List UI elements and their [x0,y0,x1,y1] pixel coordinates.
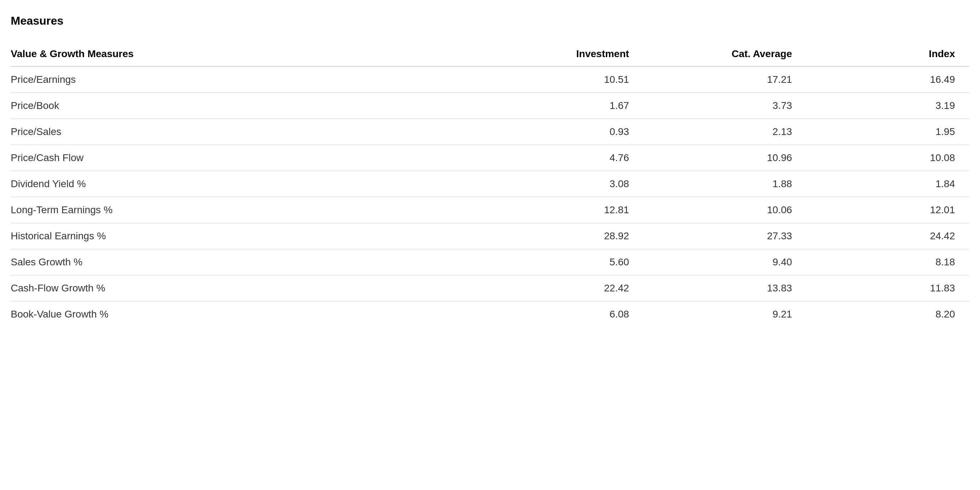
cell-label: Price/Book [11,93,490,119]
cell-label: Sales Growth % [11,249,490,275]
cell-index: 8.20 [806,301,969,328]
table-row: Historical Earnings %28.9227.3324.42 [11,223,969,249]
table-row: Book-Value Growth %6.089.218.20 [11,301,969,328]
cell-investment: 5.60 [490,249,643,275]
cell-cat-average: 2.13 [643,119,806,145]
cell-label: Historical Earnings % [11,223,490,249]
cell-investment: 6.08 [490,301,643,328]
cell-cat-average: 9.40 [643,249,806,275]
cell-investment: 0.93 [490,119,643,145]
header-cat-average: Cat. Average [643,42,806,67]
cell-cat-average: 9.21 [643,301,806,328]
table-row: Price/Cash Flow4.7610.9610.08 [11,145,969,171]
cell-investment: 12.81 [490,197,643,223]
cell-label: Price/Sales [11,119,490,145]
cell-label: Price/Earnings [11,67,490,93]
cell-index: 24.42 [806,223,969,249]
page-title: Measures [11,14,969,27]
cell-index: 11.83 [806,275,969,301]
cell-investment: 28.92 [490,223,643,249]
cell-investment: 10.51 [490,67,643,93]
cell-index: 3.19 [806,93,969,119]
cell-label: Price/Cash Flow [11,145,490,171]
table-row: Cash-Flow Growth %22.4213.8311.83 [11,275,969,301]
value-growth-table: Value & Growth Measures Investment Cat. … [11,42,969,327]
table-row: Price/Book1.673.733.19 [11,93,969,119]
cell-index: 10.08 [806,145,969,171]
cell-label: Cash-Flow Growth % [11,275,490,301]
cell-cat-average: 1.88 [643,171,806,197]
cell-cat-average: 3.73 [643,93,806,119]
cell-investment: 1.67 [490,93,643,119]
cell-cat-average: 13.83 [643,275,806,301]
cell-index: 12.01 [806,197,969,223]
header-investment: Investment [490,42,643,67]
cell-cat-average: 17.21 [643,67,806,93]
cell-investment: 4.76 [490,145,643,171]
cell-index: 1.84 [806,171,969,197]
cell-investment: 22.42 [490,275,643,301]
table-row: Long-Term Earnings %12.8110.0612.01 [11,197,969,223]
cell-cat-average: 10.06 [643,197,806,223]
cell-index: 1.95 [806,119,969,145]
cell-index: 8.18 [806,249,969,275]
table-row: Sales Growth %5.609.408.18 [11,249,969,275]
cell-cat-average: 27.33 [643,223,806,249]
cell-investment: 3.08 [490,171,643,197]
cell-cat-average: 10.96 [643,145,806,171]
table-row: Price/Earnings10.5117.2116.49 [11,67,969,93]
table-row: Price/Sales0.932.131.95 [11,119,969,145]
cell-label: Dividend Yield % [11,171,490,197]
table-row: Dividend Yield %3.081.881.84 [11,171,969,197]
cell-label: Long-Term Earnings % [11,197,490,223]
table-header-row: Value & Growth Measures Investment Cat. … [11,42,969,67]
header-index: Index [806,42,969,67]
cell-label: Book-Value Growth % [11,301,490,328]
cell-index: 16.49 [806,67,969,93]
header-label: Value & Growth Measures [11,42,490,67]
